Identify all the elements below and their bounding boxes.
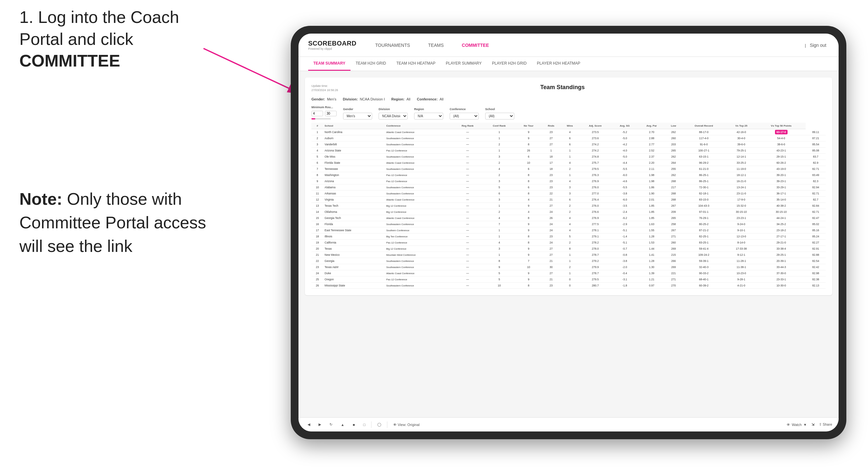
- share-btn[interactable]: ⇧ Share: [819, 423, 832, 427]
- col-conference: Conference: [385, 123, 452, 129]
- watch-btn[interactable]: 👁 Watch ▼: [786, 423, 807, 427]
- toolbar-forward[interactable]: ▶: [316, 421, 324, 428]
- sub-nav: TEAM SUMMARY TEAM H2H GRID TEAM H2H HEAT…: [299, 57, 839, 71]
- min-value-input[interactable]: [311, 111, 323, 116]
- subnav-player-summary[interactable]: PLAYER SUMMARY: [441, 57, 487, 71]
- division-filter-control: Division NCAA Division I NCAA Division I…: [379, 107, 408, 120]
- logo-main: SCOREBOARD: [308, 40, 356, 47]
- table-row: 17East Tennessee StateSouthern Conferenc…: [311, 227, 826, 234]
- subnav-player-h2h-heatmap[interactable]: PLAYER H2H HEATMAP: [532, 57, 585, 71]
- table-row: 5Ole MissSoutheastern Conference—3618127…: [311, 154, 826, 160]
- table-row: 23Texas A&MSoutheastern Conference—91030…: [311, 264, 826, 270]
- col-conf-rank: Conf Rank: [483, 123, 516, 129]
- bottom-toolbar: ◀ ▶ ↻ ▲ ■ □ ◯ 👁 View: Original 👁 Watch ▼…: [299, 417, 839, 432]
- sign-out-link[interactable]: Sign out: [807, 41, 829, 49]
- content-card: Update time: 27/03/2024 16:56:26 Team St…: [305, 77, 832, 295]
- toolbar-fullscreen[interactable]: ⇲: [811, 423, 814, 427]
- table-row: 10AlabamaSoutheastern Conference—5623327…: [311, 184, 826, 191]
- table-row: 12VirginiaAtlantic Coast Conference—3421…: [311, 197, 826, 203]
- logo-sub: Powered by clippd: [308, 47, 332, 51]
- table-row: 14OklahomaBig 12 Conference—24242276.6-2…: [311, 209, 826, 215]
- table-row: 6Florida StateAtlantic Coast Conference—…: [311, 160, 826, 166]
- conference-filter-display: Conference: All: [417, 97, 443, 101]
- toolbar-share-icon[interactable]: ▲: [338, 422, 347, 428]
- table-header-row: # School Conference Reg Rank Conf Rank N…: [311, 123, 826, 129]
- col-wins: Wins: [561, 123, 579, 129]
- toolbar-tabs[interactable]: □: [361, 422, 368, 428]
- region-filter-display: Region: All: [391, 97, 410, 101]
- gender-filter-control: Gender Men's Women's: [343, 107, 372, 120]
- filter-row: Gender: Men's Division: NCAA Division I …: [311, 97, 826, 101]
- subnav-player-h2h-grid[interactable]: PLAYER H2H GRID: [487, 57, 532, 71]
- header-nav: TOURNAMENTS TEAMS COMMITTEE: [372, 41, 805, 49]
- col-no-tour: No Tour: [516, 123, 541, 129]
- card-header: Update time: 27/03/2024 16:56:26 Team St…: [311, 84, 826, 92]
- toolbar-time-icon[interactable]: ◯: [375, 421, 384, 428]
- division-filter-display: Division: NCAA Division I: [343, 97, 385, 101]
- subnav-team-h2h-grid[interactable]: TEAM H2H GRID: [350, 57, 391, 71]
- table-row: 2AuburnSoutheastern Conference—19276273.…: [311, 135, 826, 142]
- table-row: 13Texas TechBig 12 Conference—19272276.0…: [311, 203, 826, 209]
- table-row: 26Mississippi StateSoutheastern Conferen…: [311, 283, 826, 289]
- nav-tournaments[interactable]: TOURNAMENTS: [372, 41, 412, 49]
- gender-filter-display: Gender: Men's: [311, 97, 336, 101]
- subnav-team-h2h-heatmap[interactable]: TEAM H2H HEATMAP: [391, 57, 441, 71]
- col-vs-top-25: Vs Top 25: [726, 123, 756, 129]
- view-original-btn[interactable]: 👁 View: Original: [391, 422, 422, 428]
- table-row: 19CaliforniaPac-12 Conference—48242278.2…: [311, 240, 826, 246]
- table-row: 18IllinoisBig Ten Conference—18235279.1-…: [311, 234, 826, 240]
- col-vs-top-50-pts: Vs Top 50 Points: [756, 123, 806, 129]
- table-row: 21New MexicoMountain West Conference—192…: [311, 252, 826, 258]
- scoreboard-logo: SCOREBOARD Powered by clippd: [308, 40, 356, 51]
- col-avg-par: Avg. Par: [638, 123, 665, 129]
- toolbar-bookmark[interactable]: ■: [350, 422, 358, 428]
- table-row: 1North CarolinaAtlantic Coast Conference…: [311, 129, 826, 135]
- table-row: 22GeorgiaSoutheastern Conference—8721127…: [311, 258, 826, 264]
- table-row: 8WashingtonPac-12 Conference—28231276.3-…: [311, 172, 826, 178]
- school-select[interactable]: (All): [485, 113, 514, 120]
- card-title: Team Standings: [338, 84, 787, 91]
- table-row: 24DukeAtlantic Coast Conference—59271278…: [311, 270, 826, 276]
- subnav-team-summary[interactable]: TEAM SUMMARY: [308, 57, 350, 71]
- toolbar-reload[interactable]: ↻: [327, 421, 335, 428]
- table-row: 20TexasBig 12 Conference—39278278.0-0.71…: [311, 246, 826, 252]
- tablet-frame: SCOREBOARD Powered by clippd TOURNAMENTS…: [291, 26, 846, 439]
- tablet-screen: SCOREBOARD Powered by clippd TOURNAMENTS…: [299, 34, 839, 432]
- max-value-input[interactable]: [325, 111, 337, 116]
- col-adj-score: Adj. Score: [579, 123, 612, 129]
- nav-teams[interactable]: TEAMS: [426, 41, 446, 49]
- col-rank: #: [311, 123, 323, 129]
- col-reg-rank: Reg Rank: [452, 123, 483, 129]
- sign-out-area: | Sign out: [805, 43, 829, 48]
- toolbar-right: 👁 Watch ▼ ⇲ ⇧ Share: [786, 423, 832, 427]
- standings-table: # School Conference Reg Rank Conf Rank N…: [311, 123, 826, 289]
- table-row: 25OregonPac-12 Conference—59210279.5-3.1…: [311, 276, 826, 283]
- table-row: 11ArkansasSoutheastern Conference—682232…: [311, 191, 826, 197]
- table-row: 15Georgia TechAtlantic Coast Conference—…: [311, 215, 826, 221]
- table-row: 4Arizona StatePac-12 Conference—12611274…: [311, 148, 826, 154]
- note-area: Note: Only those with Committee Portal a…: [20, 187, 207, 258]
- table-row: 7TennesseeSoutheastern Conference—461822…: [311, 166, 826, 172]
- gender-select[interactable]: Men's Women's: [343, 113, 372, 120]
- col-overall-record: Overall Record: [682, 123, 726, 129]
- min-rounds-filter: Minimum Rou...: [311, 105, 337, 120]
- table-body: 1North CarolinaAtlantic Coast Conference…: [311, 129, 826, 289]
- update-time: Update time: 27/03/2024 16:56:26: [311, 84, 338, 92]
- region-select[interactable]: N/A All: [414, 113, 443, 120]
- col-low: Low: [665, 123, 682, 129]
- table-row: 16FloridaSoutheastern Conference—7924427…: [311, 221, 826, 227]
- conference-select[interactable]: (All) ACC SEC: [450, 113, 479, 120]
- col-rnds: Rnds: [541, 123, 560, 129]
- region-filter-control: Region N/A All: [414, 107, 443, 120]
- app-header: SCOREBOARD Powered by clippd TOURNAMENTS…: [299, 34, 839, 57]
- nav-committee[interactable]: COMMITTEE: [459, 41, 492, 49]
- division-select[interactable]: NCAA Division I NCAA Division II: [379, 113, 408, 120]
- main-content: Update time: 27/03/2024 16:56:26 Team St…: [299, 71, 839, 417]
- school-filter-control: School (All): [485, 107, 514, 120]
- note-text: Note: Only those with Committee Portal a…: [20, 187, 207, 258]
- col-school: School: [323, 123, 385, 129]
- col-avg-sg: Avg. SG: [612, 123, 638, 129]
- table-row: 9ArizonaPac-12 Conference—38234276.9-4.6…: [311, 178, 826, 184]
- table-row: 3VanderbiltSoutheastern Conference—28276…: [311, 142, 826, 148]
- toolbar-back[interactable]: ◀: [305, 421, 313, 428]
